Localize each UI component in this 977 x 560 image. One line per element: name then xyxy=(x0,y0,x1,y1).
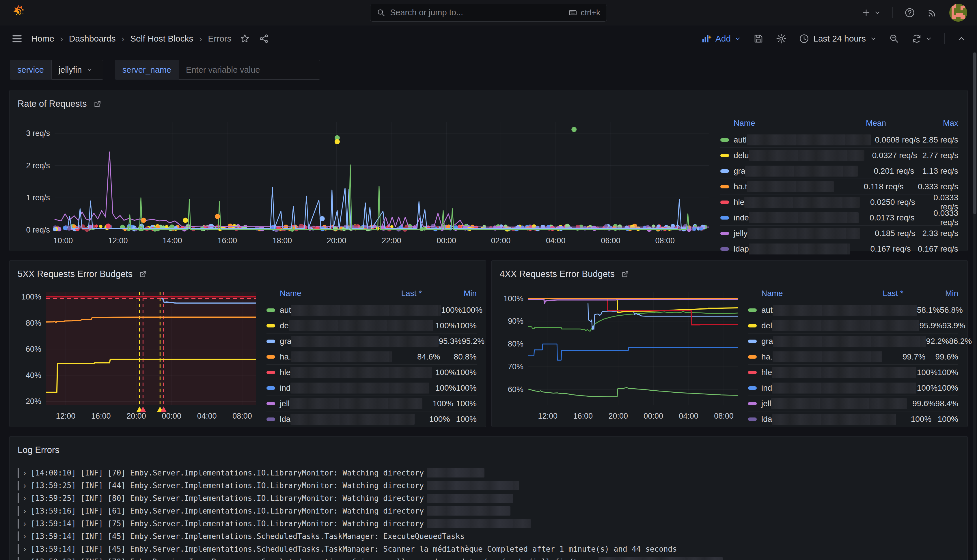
legend-header-name[interactable]: Name xyxy=(762,289,783,298)
legend-row[interactable]: jell 99.6% 98.4% xyxy=(748,396,958,412)
legend-header-name[interactable]: Name xyxy=(280,289,301,298)
legend-row[interactable]: lda 100% 100% xyxy=(748,412,958,427)
series-color-pill xyxy=(720,169,729,173)
log-expand-icon[interactable]: › xyxy=(23,468,26,477)
refresh-button[interactable] xyxy=(912,33,932,44)
new-button[interactable] xyxy=(861,8,881,18)
legend-row[interactable]: ha. 99.7% 99.6% xyxy=(748,349,958,365)
log-expand-icon[interactable]: › xyxy=(23,493,26,503)
legend-row[interactable]: jelly 0.185 req/s 2.33 req/s xyxy=(720,226,958,241)
redacted-series-name xyxy=(745,166,858,177)
breadcrumb-folder[interactable]: Self Host Blocks xyxy=(130,34,193,43)
redacted-series-name xyxy=(291,367,432,378)
err5xx-chart[interactable]: 12:0016:0020:0000:0004:0008:0020%40%60%8… xyxy=(11,283,264,425)
legend-header-col2[interactable]: Min xyxy=(904,289,958,298)
log-row[interactable]: › [13:59:25] [INF] [44] Emby.Server.Impl… xyxy=(18,479,959,492)
legend-row[interactable]: inde 0.0173 req/s 0.0333 req/s xyxy=(720,210,958,226)
log-row[interactable]: › [13:59:14] [INF] [45] Emby.Server.Impl… xyxy=(18,530,959,543)
legend-row[interactable]: aut 100% 100% xyxy=(267,302,477,318)
variable-service-select[interactable]: jellyfin xyxy=(52,60,104,80)
log-expand-icon[interactable]: › xyxy=(23,532,26,541)
legend-header-col1[interactable]: Last * xyxy=(831,289,904,298)
zoom-out-button[interactable] xyxy=(889,33,899,44)
log-expand-icon[interactable]: › xyxy=(23,544,26,553)
dashboard-settings-button[interactable] xyxy=(776,33,787,44)
redacted-series-name xyxy=(291,383,429,393)
series-name-prefix: de xyxy=(280,321,289,330)
scrollbar-thumb[interactable] xyxy=(973,53,976,214)
log-expand-icon[interactable]: › xyxy=(23,506,26,515)
breadcrumb-home[interactable]: Home xyxy=(31,34,54,43)
avatar[interactable] xyxy=(949,4,967,22)
svg-text:80%: 80% xyxy=(26,319,41,327)
breadcrumb-dashboards[interactable]: Dashboards xyxy=(69,34,116,43)
legend-row[interactable]: hle 0.0250 req/s 0.0333 req/s xyxy=(720,195,958,210)
news-button[interactable] xyxy=(927,7,938,18)
external-link-icon[interactable] xyxy=(93,100,102,108)
series-name-prefix: del xyxy=(762,321,772,330)
redacted-log-text xyxy=(427,481,519,490)
redacted-series-name xyxy=(291,352,392,362)
series-name-prefix: ind xyxy=(762,383,772,393)
legend-row[interactable]: hle 100% 100% xyxy=(748,365,958,380)
svg-text:08:00: 08:00 xyxy=(655,236,675,245)
log-row[interactable]: › [13:59:25] [INF] [80] Emby.Server.Impl… xyxy=(18,492,959,505)
favorite-star-button[interactable] xyxy=(240,33,250,44)
svg-text:04:00: 04:00 xyxy=(679,412,698,420)
legend-row[interactable]: ind 100% 100% xyxy=(748,380,958,396)
log-row[interactable]: › [13:59:16] [INF] [61] Emby.Server.Impl… xyxy=(18,505,959,517)
legend-header-name[interactable]: Name xyxy=(734,118,755,128)
legend-row[interactable]: aut 58.1% 56.8% xyxy=(748,302,958,318)
legend-header-col2[interactable]: Max xyxy=(886,118,958,128)
redacted-series-name xyxy=(744,197,860,208)
search-input[interactable]: Search or jump to... ctrl+k xyxy=(370,4,607,22)
series-color-pill xyxy=(720,216,729,220)
legend-header-col1[interactable]: Mean xyxy=(794,118,886,128)
legend-row[interactable]: lda 100% 100% xyxy=(267,412,477,427)
grafana-logo[interactable] xyxy=(10,4,27,21)
menu-toggle[interactable] xyxy=(11,33,23,45)
external-link-icon[interactable] xyxy=(139,270,147,278)
share-button[interactable] xyxy=(259,33,269,44)
legend-value-2: 100% xyxy=(462,305,483,315)
svg-text:00:00: 00:00 xyxy=(437,236,456,245)
legend-value-2: 100% xyxy=(450,415,477,424)
log-expand-icon[interactable]: › xyxy=(23,519,26,528)
redacted-log-text xyxy=(427,506,511,515)
legend-header-col2[interactable]: Min xyxy=(422,289,477,298)
legend-row[interactable]: autl 0.0608 req/s 2.85 req/s xyxy=(720,132,958,148)
legend-row[interactable]: gra 92.2% 86.2% xyxy=(748,333,958,349)
top-nav-bar: Search or jump to... ctrl+k xyxy=(0,0,977,25)
legend-value-1: 95.3% xyxy=(439,337,461,346)
legend-header-col1[interactable]: Last * xyxy=(350,289,422,298)
legend-row[interactable]: del 95.9% 93.9% xyxy=(748,318,958,333)
log-expand-icon[interactable]: › xyxy=(23,557,26,560)
legend-row[interactable]: gra 95.3% 95.2% xyxy=(267,333,477,349)
log-row[interactable]: › [14:00:10] [INF] [70] Emby.Server.Impl… xyxy=(18,467,959,479)
rate-chart[interactable]: 10:0012:0014:0016:0018:0020:0022:0000:00… xyxy=(11,113,717,250)
add-panel-button[interactable]: Add xyxy=(701,33,741,44)
legend-row[interactable]: hle 100% 100% xyxy=(267,365,477,380)
legend-row[interactable]: ha. 84.6% 80.8% xyxy=(267,349,477,365)
help-button[interactable] xyxy=(904,7,915,18)
legend-row[interactable]: gra 0.201 req/s 1.13 req/s xyxy=(720,163,958,179)
svg-text:06:00: 06:00 xyxy=(601,236,620,245)
legend-row[interactable]: ind 100% 100% xyxy=(267,380,477,396)
collapse-toolbar-button[interactable] xyxy=(957,34,966,43)
log-row[interactable]: › [13:59:14] [INF] [45] Emby.Server.Impl… xyxy=(18,543,959,555)
legend-row[interactable]: ha.t 0.118 req/s 0.333 req/s xyxy=(720,179,958,195)
legend-row[interactable]: de 100% 100% xyxy=(267,318,477,333)
legend-row[interactable]: delu 0.0327 req/s 2.77 req/s xyxy=(720,148,958,163)
log-expand-icon[interactable]: › xyxy=(23,481,26,490)
variable-server-name-input[interactable]: Enter variable value xyxy=(179,60,320,80)
external-link-icon[interactable] xyxy=(621,270,630,278)
legend-value-1: 0.167 req/s xyxy=(850,244,911,253)
legend-row[interactable]: jell 100% 100% xyxy=(267,396,477,412)
save-dashboard-button[interactable] xyxy=(753,33,764,44)
log-row[interactable]: › [13:59:13] [INF] [70] Emby.Drawing.Ima… xyxy=(18,555,959,560)
log-row[interactable]: › [13:59:14] [INF] [75] Emby.Server.Impl… xyxy=(18,517,959,530)
err4xx-chart[interactable]: 12:0016:0020:0000:0004:0008:0060%70%80%9… xyxy=(493,283,745,425)
time-range-picker[interactable]: Last 24 hours xyxy=(799,33,877,44)
log-text: [13:59:14] [INF] [45] Emby.Server.Implem… xyxy=(31,532,464,541)
legend-row[interactable]: ldap 0.167 req/s 0.167 req/s xyxy=(720,241,958,257)
